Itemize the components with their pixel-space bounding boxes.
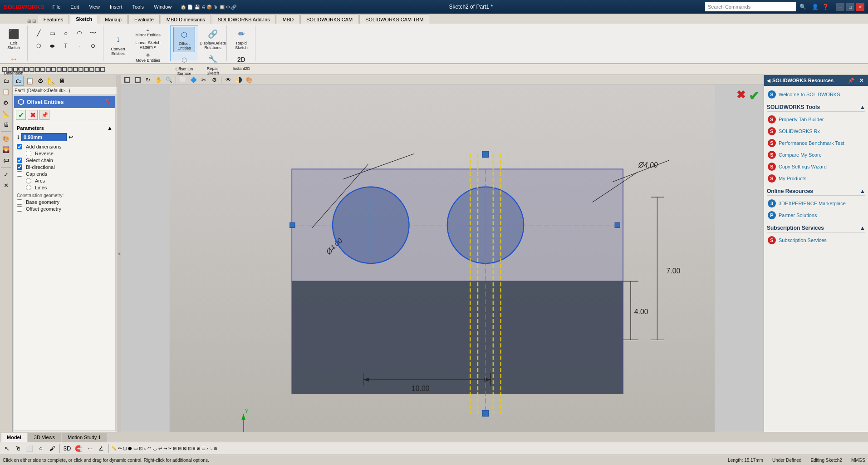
offset-value-input[interactable]	[21, 133, 67, 141]
search-icon[interactable]: 🔍	[799, 4, 806, 10]
viewport[interactable]: 🔲 🔲 ↻ ✋ 🔍 ⬜ 🔷 ✂ ⚙ 👁 🌗 🎨	[121, 75, 764, 432]
tab-sketch[interactable]: Sketch	[70, 15, 98, 24]
dim-tab[interactable]: 📐	[46, 76, 56, 86]
panel-collapse-handle[interactable]: ◀	[117, 75, 121, 432]
vp-section[interactable]: ✂	[199, 76, 208, 84]
move-entities-button[interactable]: ✥ Move Entities	[130, 52, 166, 64]
vp-pan[interactable]: ✋	[154, 76, 163, 84]
decals-icon[interactable]: 🏷	[1, 155, 11, 165]
menu-insert[interactable]: Insert	[108, 3, 124, 10]
bt-select[interactable]: 🖱	[13, 444, 23, 454]
exit-sketch-button[interactable]: ⬛ Exit Sketch	[3, 26, 25, 52]
display-delete-button[interactable]: 🔗 Display/Delete Relations	[202, 26, 224, 52]
tab-sw-cam[interactable]: SOLIDWORKS CAM	[300, 15, 358, 24]
vp-display-2[interactable]: 🌗	[234, 76, 243, 84]
rp-close-button[interactable]: ✕	[857, 76, 865, 84]
online-section-toggle[interactable]: ▲	[860, 188, 865, 194]
vp-view-2[interactable]: 🔷	[189, 76, 198, 84]
left-arrow-icon[interactable]: ◀	[767, 78, 770, 83]
my-products-item[interactable]: S My Products	[767, 173, 865, 184]
display-tab[interactable]: 🖥	[57, 76, 67, 86]
vp-settings[interactable]: ⚙	[210, 76, 219, 84]
3dexperience-item[interactable]: 3 3DEXPERIENCE Marketplace	[767, 198, 865, 209]
close-button[interactable]: ✕	[856, 3, 864, 11]
tab-mbd[interactable]: MBD	[277, 15, 299, 24]
search-input[interactable]	[705, 2, 796, 11]
reverse-checkbox[interactable]	[26, 151, 31, 156]
pin-button[interactable]: 📌	[39, 110, 49, 120]
question-icon[interactable]: ❓	[822, 4, 829, 10]
vp-view-1[interactable]: ⬜	[178, 76, 187, 84]
subscription-services-item[interactable]: S Subscription Services	[767, 234, 865, 246]
bt-paint[interactable]: 🖌	[47, 444, 57, 454]
tab-sw-cam-tbm[interactable]: SOLIDWORKS CAM TBM	[359, 15, 429, 24]
instant2d-button[interactable]: 2D Instant2D	[230, 52, 252, 73]
property-manager-icon[interactable]: 📋	[1, 87, 11, 97]
tab-motion-study[interactable]: Motion Study 1	[62, 433, 107, 442]
bt-more-icons[interactable]: 📏 ✏ ⬡ ⬟ ▭ ⊡ ○ ◠ ◡ ↩ ↪ ✂ ⊞ ⊟ ⊠ ⊡ ≡ ≢ ≣ ≠ …	[111, 446, 217, 451]
menu-view[interactable]: View	[87, 3, 102, 10]
lines-radio[interactable]	[26, 185, 31, 190]
tab-sw-addins[interactable]: SOLIDWORKS Add-Ins	[212, 15, 276, 24]
minimize-button[interactable]: ─	[836, 3, 844, 11]
convert-entities-button[interactable]: ⤵ Convert Entities	[107, 32, 129, 58]
select-chain-checkbox[interactable]	[17, 158, 22, 163]
performance-benchmark-item[interactable]: S Performance Benchmark Test	[767, 137, 865, 149]
bt-angle[interactable]: ∠	[96, 444, 106, 454]
tab-model[interactable]: Model	[1, 433, 27, 442]
vp-zoom[interactable]: 🔍	[164, 76, 173, 84]
display-manager-icon[interactable]: 🖥	[1, 119, 11, 129]
bt-box-select[interactable]: ⬜	[25, 444, 34, 454]
copy-settings-item[interactable]: S Copy Settings Wizard	[767, 161, 865, 173]
base-geometry-checkbox[interactable]	[17, 199, 22, 205]
vp-btn-2[interactable]: 🔲	[133, 76, 142, 84]
bt-dim[interactable]: ↔	[85, 444, 95, 454]
maximize-button[interactable]: □	[846, 3, 854, 11]
sketch-canvas[interactable]: Ø4.00 Ø4.00 7.00 4.00 10.00	[121, 85, 764, 432]
polygon-button[interactable]: ⬡	[32, 40, 45, 52]
cancel-button[interactable]: ✖	[28, 110, 38, 120]
ok-button[interactable]: ✔	[16, 110, 26, 120]
vp-render[interactable]: 🎨	[245, 76, 254, 84]
smart-dimension-button[interactable]: ↔ Smart Dimension	[3, 52, 25, 77]
vp-rotate[interactable]: ↻	[143, 76, 152, 84]
vp-display-1[interactable]: 👁	[224, 76, 233, 84]
sw-rx-item[interactable]: S SOLIDWORKS Rx	[767, 125, 865, 137]
cap-ends-checkbox[interactable]	[17, 171, 22, 177]
vp-btn-1[interactable]: 🔲	[123, 76, 132, 84]
tab-markup[interactable]: Markup	[99, 15, 128, 24]
config-tab[interactable]: ⚙	[35, 76, 45, 86]
sketch-confirm-icon[interactable]: ✓	[1, 169, 11, 179]
tab-mbd-dimensions[interactable]: MBD Dimensions	[161, 15, 211, 24]
tab-3d-views[interactable]: 3D Views	[28, 433, 61, 442]
scenes-icon[interactable]: 🌄	[1, 144, 11, 154]
config-manager-icon[interactable]: ⚙	[1, 98, 11, 108]
offset2-button[interactable]: ⊙	[87, 40, 99, 52]
reverse-arrow-icon[interactable]: ↩	[69, 134, 73, 140]
menu-tools[interactable]: Tools	[130, 3, 146, 10]
welcome-link[interactable]: Welcome to SOLIDWORKS	[779, 92, 840, 97]
rapid-sketch-button[interactable]: ✏ Rapid Sketch	[230, 26, 252, 52]
mirror-entities-button[interactable]: ⫠ Mirror Entities	[130, 26, 166, 38]
sketch-exit-icon[interactable]: ✕	[1, 180, 11, 190]
bt-snap[interactable]: 🧲	[74, 444, 83, 454]
help-button[interactable]: ❓	[104, 99, 112, 106]
offset-geometry-checkbox[interactable]	[17, 206, 22, 212]
circle-button[interactable]: ○	[59, 27, 72, 39]
tools-section-toggle[interactable]: ▲	[860, 104, 865, 110]
feature-tree-tab[interactable]: 🗂	[14, 76, 24, 86]
subscription-section-toggle[interactable]: ▲	[860, 225, 865, 231]
menu-window[interactable]: Window	[152, 3, 173, 10]
appearances-icon[interactable]: 🎨	[1, 134, 11, 143]
welcome-item[interactable]: S Welcome to SOLIDWORKS	[767, 89, 865, 100]
arc-button[interactable]: ◠	[73, 27, 86, 39]
offset-on-surface-button[interactable]: ⬡ Offset On Surface	[173, 52, 195, 78]
rp-pin-button[interactable]: 📌	[847, 76, 855, 84]
bt-lasso[interactable]: ○	[36, 444, 46, 454]
line-button[interactable]: ╱	[32, 27, 45, 39]
repair-sketch-button[interactable]: 🔧 Repair Sketch	[202, 52, 224, 77]
linear-sketch-pattern-button[interactable]: Linear Sketch Pattern ▾	[130, 39, 166, 51]
bi-directional-checkbox[interactable]	[17, 164, 22, 170]
dim-xpert-icon[interactable]: 📐	[1, 109, 11, 119]
rectangle-button[interactable]: ▭	[46, 27, 59, 39]
